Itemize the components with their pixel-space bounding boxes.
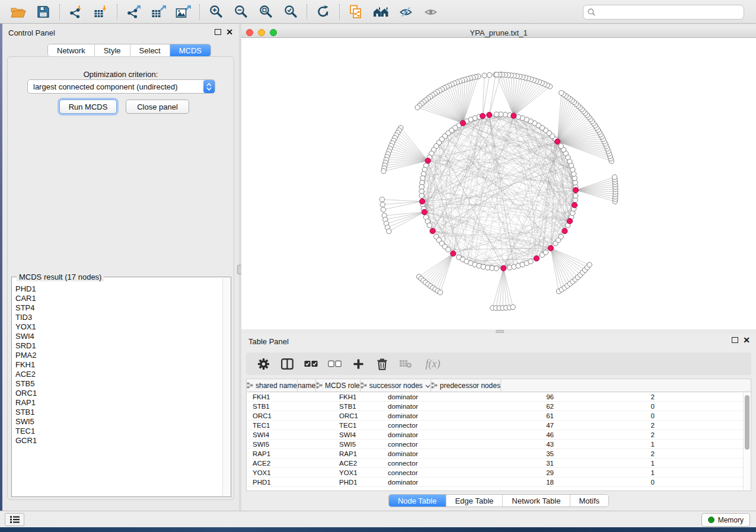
table-panel-title: Table Panel: [248, 337, 289, 346]
close-panel-button[interactable]: Close panel: [126, 100, 189, 114]
table-row[interactable]: ACE2 ACE2 connector 31 1: [247, 459, 751, 468]
mcds-result-item[interactable]: ORC1: [15, 389, 221, 398]
cell-successor-nodes: 31: [470, 459, 560, 467]
float-table-panel-icon[interactable]: [732, 337, 738, 343]
save-session-icon[interactable]: [33, 3, 53, 21]
task-history-button[interactable]: [5, 513, 24, 526]
network-canvas[interactable]: [241, 38, 756, 329]
column-header[interactable]: shared name: [247, 379, 298, 392]
cell-shared-name: TEC1: [247, 421, 333, 430]
table-scrollbar-thumb[interactable]: [745, 395, 749, 450]
mcds-result-item[interactable]: SRD1: [15, 341, 221, 351]
mcds-result-item[interactable]: STB1: [15, 408, 221, 417]
table-row[interactable]: SWI4 SWI4 dominator 46 2: [247, 430, 751, 440]
copy-network-icon[interactable]: [346, 3, 366, 21]
function-builder-icon-disabled: f(x): [420, 355, 445, 373]
horizontal-splitter[interactable]: [241, 329, 756, 334]
export-image-icon[interactable]: [173, 3, 193, 21]
mcds-result-item[interactable]: STB5: [15, 379, 221, 389]
optimization-dropdown[interactable]: largest connected component (undirected): [27, 79, 215, 94]
cell-name: FKH1: [333, 392, 382, 401]
float-panel-icon[interactable]: [215, 29, 221, 35]
column-header[interactable]: name: [298, 379, 316, 392]
first-neighbors-icon[interactable]: [371, 3, 391, 21]
column-layout-icon[interactable]: [278, 355, 296, 373]
table-row[interactable]: YOX1 YOX1 connector 29 1: [247, 468, 751, 477]
cell-name: STB1: [333, 402, 382, 411]
table-row[interactable]: TEC1 TEC1 connector 47 2: [247, 421, 751, 430]
mcds-result-item[interactable]: GCR1: [15, 436, 221, 446]
import-table-icon[interactable]: [91, 3, 111, 21]
table-tab[interactable]: Motifs: [570, 495, 608, 507]
run-mcds-button[interactable]: Run MCDS: [59, 100, 117, 114]
mcds-panel: Optimization criterion: largest connecte…: [7, 56, 234, 500]
table-row[interactable]: SWI5 SWI5 connector 43 1: [247, 440, 751, 449]
zoom-out-icon[interactable]: [231, 3, 251, 21]
memory-status-icon: [708, 517, 714, 523]
search-input[interactable]: [598, 8, 744, 17]
control-panel-tab[interactable]: Select: [130, 44, 170, 56]
column-header[interactable]: MCDS role: [316, 379, 361, 392]
table-row[interactable]: ORC1 ORC1 dominator 61 0: [247, 411, 751, 421]
cell-shared-name: STB1: [247, 402, 333, 411]
table-row[interactable]: STB1 STB1 dominator 62 0: [247, 402, 751, 411]
splitter-grip[interactable]: [496, 330, 504, 333]
table-tab[interactable]: Network Table: [503, 495, 570, 507]
deselect-all-columns-icon[interactable]: [326, 355, 343, 373]
cell-filler: [661, 421, 751, 430]
open-file-icon[interactable]: [8, 3, 28, 21]
table-panel: Table Panel ✕: [241, 334, 756, 511]
mcds-result-item[interactable]: RAP1: [15, 398, 221, 408]
cell-filler: [661, 392, 751, 401]
mcds-result-item[interactable]: STP4: [15, 303, 221, 313]
result-scrollbar[interactable]: [222, 278, 230, 496]
cell-mcds-role: dominator: [382, 392, 470, 401]
close-panel-icon[interactable]: ✕: [226, 29, 233, 35]
cell-name: ACE2: [333, 459, 382, 467]
mcds-result-item[interactable]: TID3: [15, 313, 221, 322]
mcds-result-item[interactable]: YOX1: [15, 322, 221, 332]
control-panel: Control Panel ✕ Network Style Select MCD…: [2, 24, 239, 511]
cell-mcds-role: connector: [382, 468, 470, 477]
settings-gear-icon[interactable]: [254, 355, 272, 373]
table-tab[interactable]: Node Table: [389, 495, 446, 507]
refresh-view-icon[interactable]: [313, 3, 333, 21]
control-panel-tab[interactable]: Style: [95, 44, 130, 56]
show-all-eye-icon[interactable]: [420, 3, 441, 21]
mcds-result-item[interactable]: PMA2: [15, 351, 221, 360]
mcds-result-item[interactable]: CAR1: [15, 294, 221, 303]
mcds-result-item[interactable]: TEC1: [15, 427, 221, 436]
control-panel-title: Control Panel: [8, 28, 55, 37]
table-row[interactable]: PHD1 PHD1 dominator 18 0: [247, 477, 751, 487]
zoom-in-icon[interactable]: [206, 3, 226, 21]
add-column-icon[interactable]: [349, 355, 367, 373]
close-table-panel-icon[interactable]: ✕: [743, 337, 750, 343]
hide-selected-eye-icon[interactable]: [395, 3, 416, 21]
control-panel-tab[interactable]: MCDS: [170, 44, 210, 56]
table-scrollbar[interactable]: [743, 393, 751, 491]
mcds-result-item[interactable]: SWI4: [15, 332, 221, 341]
mcds-result-item[interactable]: ACE2: [15, 370, 221, 379]
table-row[interactable]: FKH1 FKH1 dominator 96 2: [247, 392, 751, 402]
table-row[interactable]: RAP1 RAP1 dominator 35 2: [247, 449, 751, 459]
memory-button[interactable]: Memory: [701, 513, 750, 527]
control-panel-tab[interactable]: Network: [48, 44, 95, 56]
delete-columns-trash-icon[interactable]: [373, 355, 391, 373]
select-all-columns-icon[interactable]: [302, 355, 320, 373]
column-header[interactable]: predecessor nodes: [431, 379, 501, 392]
mcds-result-list[interactable]: PHD1CAR1STP4TID3YOX1SWI4SRD1PMA2FKH1ACE2…: [15, 284, 221, 494]
zoom-selected-icon[interactable]: [280, 3, 301, 21]
mcds-result-title: MCDS result (17 nodes): [17, 273, 104, 281]
column-header[interactable]: successor nodes: [361, 379, 431, 392]
import-network-icon[interactable]: [66, 3, 86, 21]
cell-successor-nodes: 61: [470, 411, 560, 420]
zoom-fit-icon[interactable]: [256, 3, 276, 21]
export-table-icon[interactable]: [148, 3, 168, 21]
mcds-result-item[interactable]: PHD1: [15, 284, 221, 294]
mcds-result-item[interactable]: SWI5: [15, 417, 221, 427]
sort-chevron-icon[interactable]: [425, 382, 430, 390]
table-tab[interactable]: Edge Table: [446, 495, 503, 507]
mcds-result-item[interactable]: FKH1: [15, 360, 221, 370]
global-search[interactable]: [583, 5, 744, 20]
export-network-icon[interactable]: [123, 3, 143, 21]
